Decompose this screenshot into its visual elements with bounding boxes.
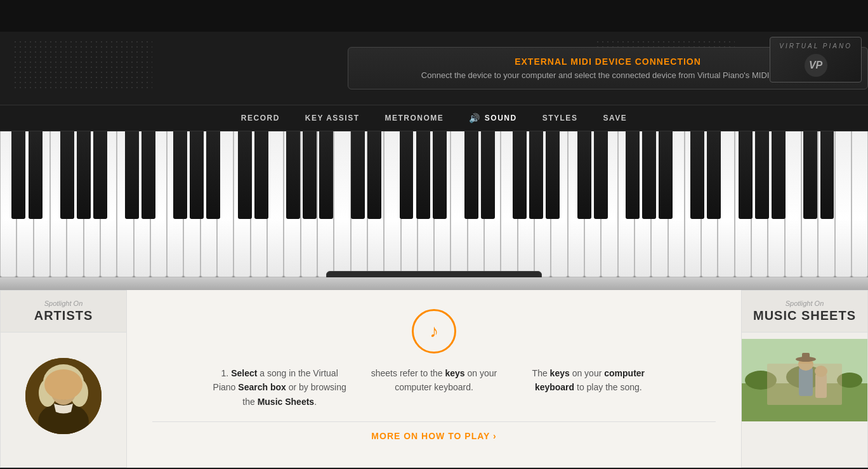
more-link[interactable]: MORE ON HOW TO PLAY › bbox=[152, 421, 716, 441]
music-sheet-photo bbox=[742, 339, 867, 421]
white-key[interactable] bbox=[468, 131, 484, 277]
white-key[interactable] bbox=[217, 131, 233, 277]
dot-decoration-left bbox=[13, 39, 152, 90]
toolbar-metronome[interactable]: METRONOME bbox=[385, 114, 444, 122]
svg-point-21 bbox=[837, 373, 862, 388]
logo-text: VIRTUAL PIANO bbox=[779, 43, 852, 50]
white-key[interactable] bbox=[384, 131, 400, 277]
svg-point-16 bbox=[67, 386, 70, 391]
white-key[interactable] bbox=[317, 131, 334, 277]
white-key[interactable] bbox=[150, 131, 167, 277]
white-key[interactable] bbox=[84, 131, 100, 277]
white-key[interactable] bbox=[501, 131, 517, 277]
white-key[interactable] bbox=[751, 131, 768, 277]
music-note-symbol: ♪ bbox=[430, 321, 438, 341]
svg-point-17 bbox=[62, 391, 65, 395]
white-key[interactable] bbox=[801, 131, 818, 277]
white-key[interactable] bbox=[685, 131, 701, 277]
how-step-2: sheets refer to the keys on your compute… bbox=[366, 366, 501, 409]
spotlight-music-sheets-card[interactable]: Spotlight On MUSIC SHEETS bbox=[741, 290, 868, 468]
white-key[interactable] bbox=[835, 131, 852, 277]
white-key[interactable] bbox=[50, 131, 67, 277]
piano-section: EXTERNAL MIDI DEVICE CONNECTION Connect … bbox=[0, 32, 868, 290]
spotlight-music-sheets-subtitle: Spotlight On bbox=[751, 300, 858, 307]
white-key[interactable] bbox=[100, 131, 117, 277]
white-key[interactable] bbox=[201, 131, 217, 277]
svg-rect-26 bbox=[802, 353, 810, 362]
toolbar-record[interactable]: RECORD bbox=[241, 114, 280, 122]
white-key[interactable] bbox=[334, 131, 350, 277]
white-key[interactable] bbox=[668, 131, 685, 277]
toolbar-styles[interactable]: STYLES bbox=[542, 114, 578, 122]
bottom-section: Spotlight On ARTISTS bbox=[0, 290, 868, 468]
white-key[interactable] bbox=[450, 131, 467, 277]
toolbar-metronome-label: METRONOME bbox=[385, 114, 444, 122]
white-key[interactable] bbox=[584, 131, 601, 277]
composer-portrait bbox=[25, 358, 102, 434]
music-sheets-image bbox=[742, 339, 867, 421]
white-key[interactable] bbox=[434, 131, 450, 277]
spotlight-artists-title: ARTISTS bbox=[10, 308, 117, 323]
white-key[interactable] bbox=[534, 131, 551, 277]
music-note-icon: ♪ bbox=[412, 309, 456, 353]
white-key[interactable] bbox=[183, 131, 200, 277]
svg-point-14 bbox=[51, 377, 76, 405]
speaker-icon: 🔊 bbox=[469, 113, 481, 123]
white-key[interactable] bbox=[635, 131, 651, 277]
piano-keys-area[interactable]: × − ON 0 SUSTAIN + bbox=[0, 131, 868, 277]
virtual-piano-logo: VIRTUAL PIANO VP bbox=[770, 37, 862, 83]
center-content: ♪ 1. Select a song in the Virtual Piano … bbox=[127, 290, 741, 468]
white-key[interactable] bbox=[785, 131, 801, 277]
white-key[interactable] bbox=[34, 131, 50, 277]
toolbar-sound-label: SOUND bbox=[485, 114, 517, 122]
white-key[interactable] bbox=[735, 131, 751, 277]
white-key[interactable] bbox=[818, 131, 834, 277]
white-key[interactable] bbox=[551, 131, 567, 277]
svg-rect-27 bbox=[815, 374, 827, 398]
white-key[interactable] bbox=[418, 131, 434, 277]
toolbar-record-label: RECORD bbox=[241, 114, 280, 122]
white-key[interactable] bbox=[484, 131, 501, 277]
more-link-arrow-icon: › bbox=[493, 431, 497, 441]
spotlight-music-sheets-header: Spotlight On MUSIC SHEETS bbox=[742, 291, 867, 333]
white-key[interactable] bbox=[367, 131, 384, 277]
white-key[interactable] bbox=[267, 131, 284, 277]
white-key[interactable] bbox=[701, 131, 718, 277]
white-key[interactable] bbox=[568, 131, 584, 277]
white-key[interactable] bbox=[651, 131, 667, 277]
white-key[interactable] bbox=[134, 131, 150, 277]
white-key[interactable] bbox=[401, 131, 418, 277]
top-bar bbox=[0, 0, 868, 32]
spotlight-music-sheets-title: MUSIC SHEETS bbox=[751, 308, 858, 323]
white-key[interactable] bbox=[518, 131, 534, 277]
spotlight-artists-card[interactable]: Spotlight On ARTISTS bbox=[0, 290, 127, 468]
white-key[interactable] bbox=[718, 131, 734, 277]
toolbar-styles-label: STYLES bbox=[542, 114, 578, 122]
white-key[interactable] bbox=[67, 131, 83, 277]
how-step-1: 1. Select a song in the Virtual Piano Se… bbox=[212, 366, 347, 409]
white-key[interactable] bbox=[768, 131, 784, 277]
step-1-text: 1. Select a song in the Virtual Piano Se… bbox=[212, 366, 347, 409]
white-key[interactable] bbox=[16, 131, 33, 277]
white-key[interactable] bbox=[251, 131, 267, 277]
white-key[interactable] bbox=[117, 131, 133, 277]
white-key[interactable] bbox=[351, 131, 367, 277]
svg-rect-23 bbox=[799, 367, 813, 396]
toolbar-save[interactable]: SAVE bbox=[603, 114, 627, 122]
white-key[interactable] bbox=[284, 131, 300, 277]
white-key[interactable] bbox=[167, 131, 183, 277]
white-key[interactable] bbox=[601, 131, 617, 277]
spotlight-artists-header: Spotlight On ARTISTS bbox=[1, 291, 126, 333]
white-key[interactable] bbox=[852, 131, 868, 277]
sound-panel: × − ON 0 SUSTAIN + bbox=[326, 271, 542, 277]
toolbar-sound[interactable]: 🔊 SOUND bbox=[469, 113, 516, 123]
how-step-3: The keys on your computer keyboard to pl… bbox=[521, 366, 656, 409]
white-key[interactable] bbox=[301, 131, 317, 277]
piano-bottom bbox=[0, 277, 868, 290]
toolbar-key-assist[interactable]: KEY ASSIST bbox=[305, 114, 360, 122]
white-key[interactable] bbox=[233, 131, 250, 277]
white-key[interactable] bbox=[0, 131, 16, 277]
spotlight-artists-subtitle: Spotlight On bbox=[10, 300, 117, 307]
how-to-play: 1. Select a song in the Virtual Piano Se… bbox=[212, 366, 656, 409]
white-key[interactable] bbox=[618, 131, 635, 277]
